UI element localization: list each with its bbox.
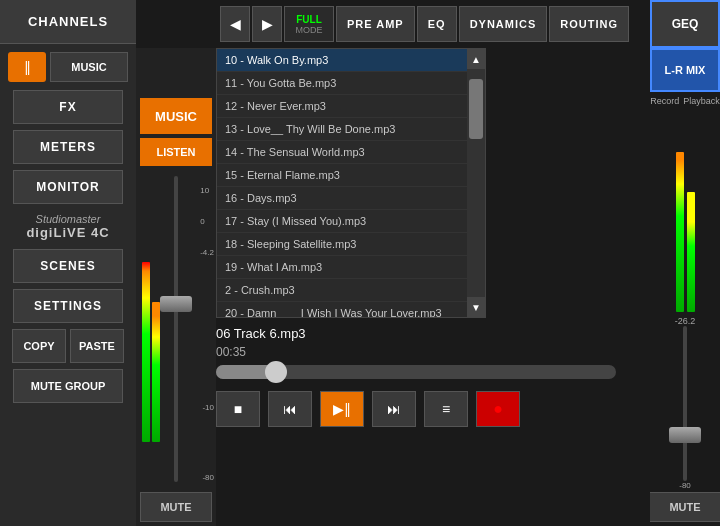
fader-rail <box>174 176 178 482</box>
left-mute-button[interactable]: MUTE <box>140 492 212 522</box>
now-playing-title: 06 Track 6.mp3 <box>216 326 636 341</box>
right-fader-rail <box>683 326 687 481</box>
db-scale: 10 0 -4.2 <box>200 186 214 257</box>
logo-area: Studiomaster digiLiVE 4C <box>26 213 109 240</box>
track-item[interactable]: 11 - You Gotta Be.mp3 <box>217 72 485 95</box>
next-icon: ⏭ <box>387 401 401 417</box>
track-item[interactable]: 10 - Walk On By.mp3 <box>217 49 485 72</box>
play-icon: ‖ <box>24 59 31 75</box>
menu-button[interactable]: ≡ <box>424 391 468 427</box>
track-item[interactable]: 14 - The Sensual World.mp3 <box>217 141 485 164</box>
settings-button[interactable]: SETTINGS <box>13 289 123 323</box>
next-button[interactable]: ⏭ <box>372 391 416 427</box>
prev-button[interactable]: ⏮ <box>268 391 312 427</box>
track-item[interactable]: 2 - Crush.mp3 <box>217 279 485 302</box>
right-fader-knob[interactable] <box>669 427 701 443</box>
track-item[interactable]: 19 - What I Am.mp3 <box>217 256 485 279</box>
meters-button[interactable]: METERS <box>13 130 123 164</box>
copy-button[interactable]: COPY <box>12 329 66 363</box>
now-playing-section: 06 Track 6.mp3 00:35 ■ ⏮ ▶‖ ⏭ ≡ ● <box>216 326 636 427</box>
nav-forward-button[interactable]: ▶ <box>252 6 282 42</box>
db-neg80-label: -80 <box>202 473 214 482</box>
right-fader <box>665 326 705 481</box>
scroll-thumb[interactable] <box>469 79 483 139</box>
track-item[interactable]: 18 - Sleeping Satellite.mp3 <box>217 233 485 256</box>
paste-button[interactable]: PASTE <box>70 329 124 363</box>
brand-logo: Studiomaster <box>26 213 109 225</box>
track-item[interactable]: 16 - Days.mp3 <box>217 187 485 210</box>
mute-group-button[interactable]: MUTE GROUP <box>13 369 123 403</box>
pre-amp-button[interactable]: PRE AMP <box>336 6 415 42</box>
play-pause-button[interactable]: ‖ <box>8 52 46 82</box>
forward-icon: ▶ <box>262 16 273 32</box>
left-vu-meters <box>142 186 160 442</box>
lr-mix-button[interactable]: L-R MIX <box>650 48 720 92</box>
vu-bar-left <box>142 262 150 442</box>
scroll-track <box>467 69 485 297</box>
vu-bar-right <box>152 302 160 442</box>
db-neg10-label: -10 <box>202 403 214 412</box>
track-item[interactable]: 15 - Eternal Flame.mp3 <box>217 164 485 187</box>
dynamics-button[interactable]: DYNAMICS <box>459 6 548 42</box>
left-fader-container: 10 0 -4.2 -10 -80 <box>136 166 216 492</box>
right-vu-meters <box>676 112 695 312</box>
playback-label: Playback <box>683 96 720 106</box>
channels-button[interactable]: CHANNELS <box>0 0 136 44</box>
transport-row: ‖ MUSIC <box>8 52 128 82</box>
product-logo: digiLiVE 4C <box>26 225 109 240</box>
play-pause-main-button[interactable]: ▶‖ <box>320 391 364 427</box>
music-top-button[interactable]: MUSIC <box>50 52 128 82</box>
eq-button[interactable]: EQ <box>417 6 457 42</box>
geq-button[interactable]: GEQ <box>650 0 720 48</box>
stop-icon: ■ <box>234 401 242 417</box>
scroll-up-button[interactable]: ▲ <box>467 49 485 69</box>
full-mode-button[interactable]: FULL MODE <box>284 6 334 42</box>
scroll-down-button[interactable]: ▼ <box>467 297 485 317</box>
listen-button[interactable]: LISTEN <box>140 138 212 166</box>
db-value-label: -4.2 <box>200 248 214 257</box>
monitor-button[interactable]: MONITOR <box>13 170 123 204</box>
track-item[interactable]: 12 - Never Ever.mp3 <box>217 95 485 118</box>
mode-label: MODE <box>296 25 323 35</box>
right-vu-bar-2 <box>687 192 695 312</box>
right-db-value: -26.2 <box>675 316 696 326</box>
record-icon: ● <box>493 400 503 418</box>
playback-controls: ■ ⏮ ▶‖ ⏭ ≡ ● <box>216 391 636 427</box>
back-icon: ◀ <box>230 16 241 32</box>
progress-thumb[interactable] <box>265 361 287 383</box>
top-navigation: ◀ ▶ FULL MODE PRE AMP EQ DYNAMICS ROUTIN… <box>216 0 720 48</box>
track-item[interactable]: 13 - Love__ Thy Will Be Done.mp3 <box>217 118 485 141</box>
right-db-bottom: -80 <box>679 481 691 490</box>
db-0-label: 0 <box>200 217 214 226</box>
right-mute-button[interactable]: MUTE <box>649 492 720 522</box>
rec-play-labels: Record Playback <box>650 96 720 106</box>
now-playing-time: 00:35 <box>216 345 636 359</box>
track-list[interactable]: 10 - Walk On By.mp311 - You Gotta Be.mp3… <box>216 48 486 318</box>
right-panel: GEQ L-R MIX Record Playback -26.2 -80 MU… <box>650 0 720 526</box>
main-content: 10 - Walk On By.mp311 - You Gotta Be.mp3… <box>216 48 650 526</box>
stop-button[interactable]: ■ <box>216 391 260 427</box>
right-fader-area: Record Playback -26.2 -80 MUTE <box>650 92 720 526</box>
left-fader-area: MUSIC LISTEN 10 0 -4.2 -10 -80 MUTE <box>136 48 216 526</box>
record-button[interactable]: ● <box>476 391 520 427</box>
full-label: FULL <box>296 14 322 25</box>
fx-button[interactable]: FX <box>13 90 123 124</box>
nav-back-button[interactable]: ◀ <box>220 6 250 42</box>
track-item[interactable]: 17 - Stay (I Missed You).mp3 <box>217 210 485 233</box>
music-channel-button[interactable]: MUSIC <box>140 98 212 134</box>
progress-bar[interactable] <box>216 365 616 379</box>
track-list-items: 10 - Walk On By.mp311 - You Gotta Be.mp3… <box>217 49 485 318</box>
scenes-button[interactable]: SCENES <box>13 249 123 283</box>
left-sidebar: CHANNELS ‖ MUSIC FX METERS MONITOR Studi… <box>0 0 136 526</box>
menu-icon: ≡ <box>442 401 450 417</box>
right-vu-bar-1 <box>676 152 684 312</box>
routing-button[interactable]: ROUTING <box>549 6 629 42</box>
fader-knob[interactable] <box>160 296 192 312</box>
prev-icon: ⏮ <box>283 401 297 417</box>
track-item[interactable]: 20 - Damn____I Wish I Was Your Lover.mp3 <box>217 302 485 318</box>
record-label: Record <box>650 96 679 106</box>
copy-paste-row: COPY PASTE <box>12 329 124 363</box>
play-pause-icon: ▶‖ <box>333 401 351 417</box>
db-10-label: 10 <box>200 186 214 195</box>
